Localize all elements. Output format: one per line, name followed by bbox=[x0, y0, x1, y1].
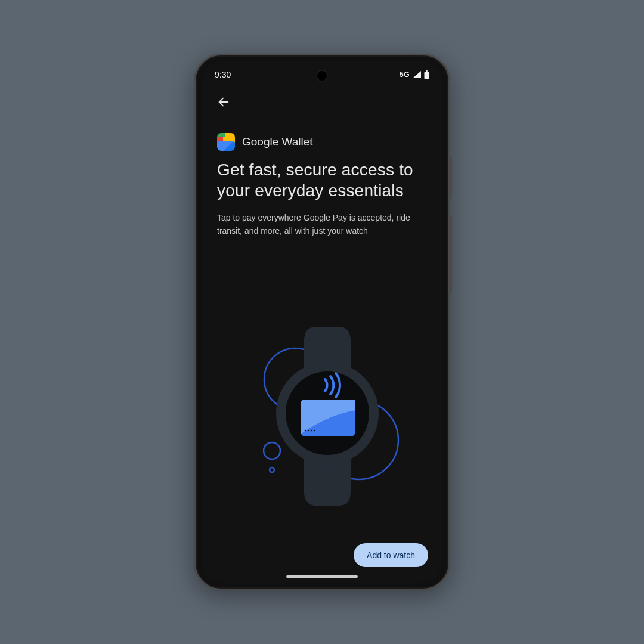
svg-rect-0 bbox=[426, 70, 428, 72]
svg-point-5 bbox=[264, 442, 280, 459]
app-title: Google Wallet bbox=[242, 135, 313, 148]
power-button bbox=[450, 157, 452, 199]
page-headline: Get fast, secure access to your everyday… bbox=[217, 159, 427, 201]
watch-illustration bbox=[202, 306, 442, 521]
status-indicators: 5G bbox=[400, 70, 429, 79]
page-subtext: Tap to pay everywhere Google Pay is acce… bbox=[217, 212, 427, 237]
svg-point-10 bbox=[305, 430, 306, 432]
back-button[interactable] bbox=[213, 92, 234, 114]
nav-handle[interactable] bbox=[286, 575, 358, 578]
network-5g-label: 5G bbox=[400, 70, 410, 79]
back-arrow-icon bbox=[217, 95, 230, 109]
front-camera bbox=[317, 71, 327, 80]
app-header: Google Wallet bbox=[217, 133, 427, 151]
svg-point-6 bbox=[270, 467, 274, 472]
content-area: Google Wallet Get fast, secure access to… bbox=[202, 88, 442, 237]
add-to-watch-button[interactable]: Add to watch bbox=[354, 543, 428, 567]
svg-point-12 bbox=[311, 430, 312, 432]
volume-button bbox=[450, 216, 452, 294]
google-wallet-icon bbox=[217, 133, 235, 151]
footer: Add to watch bbox=[202, 543, 442, 567]
battery-icon bbox=[424, 70, 429, 79]
svg-point-13 bbox=[314, 430, 315, 432]
svg-point-11 bbox=[308, 430, 309, 432]
phone-frame: 9:30 5G bbox=[194, 54, 450, 590]
screen: 9:30 5G bbox=[202, 61, 442, 583]
status-time: 9:30 bbox=[215, 70, 231, 79]
svg-rect-1 bbox=[425, 72, 429, 79]
signal-icon bbox=[412, 70, 422, 79]
